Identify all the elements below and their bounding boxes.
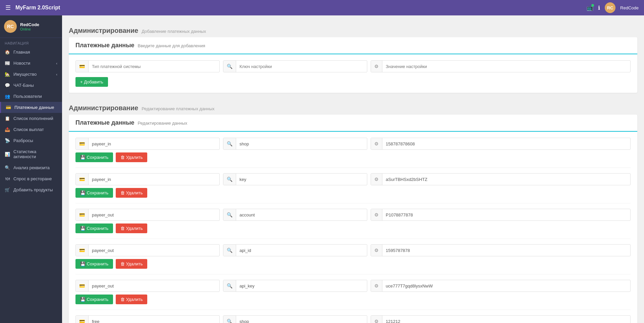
edit-value-field-2: ⚙ bbox=[371, 209, 631, 221]
gear-icon-row-2: ⚙ bbox=[371, 209, 382, 220]
broadcasts-icon: 📡 bbox=[5, 138, 10, 143]
save-button-0[interactable]: 💾 Сохранить bbox=[75, 152, 113, 162]
edit-panel-body: 💳 🔍 ⚙ 💾 Сохранить 🗑 Удалить 💳 🔍 bbox=[69, 132, 637, 323]
edit-heading-subtitle: Редактирование платежных данных bbox=[142, 106, 214, 111]
edit-value-input-3[interactable] bbox=[382, 245, 630, 256]
add-button[interactable]: + Добавить bbox=[75, 77, 108, 87]
home-icon: 🏠 bbox=[5, 50, 10, 55]
edit-key-input-4[interactable] bbox=[236, 280, 367, 292]
edit-key-input-0[interactable] bbox=[236, 138, 367, 149]
edit-value-input-5[interactable] bbox=[382, 316, 630, 323]
sidebar-label-add-products: Добавить продукты bbox=[13, 187, 53, 192]
sidebar-item-payments[interactable]: 💳 Платежные данные bbox=[0, 102, 62, 113]
sidebar-item-news[interactable]: 📰 Новости ‹ bbox=[0, 58, 62, 69]
data-row-actions-3: 💾 Сохранить 🗑 Удалить bbox=[75, 259, 631, 269]
sidebar-label-activity: Статистика активности bbox=[13, 149, 57, 159]
edit-payment-input-0[interactable] bbox=[89, 138, 219, 149]
data-row-fields: 💳 🔍 ⚙ bbox=[75, 244, 631, 256]
data-row-fields: 💳 🔍 ⚙ bbox=[75, 173, 631, 185]
edit-key-input-5[interactable] bbox=[236, 316, 367, 323]
sidebar-label-home: Главная bbox=[13, 50, 30, 55]
edit-value-input-1[interactable] bbox=[382, 174, 630, 185]
edit-value-input-0[interactable] bbox=[382, 138, 630, 149]
add-section-heading: Администрирование Добавление платежных д… bbox=[69, 23, 637, 37]
edit-key-field-3: 🔍 bbox=[223, 244, 367, 256]
search-icon-row-4: 🔍 bbox=[223, 280, 236, 292]
edit-key-field-0: 🔍 bbox=[223, 138, 367, 150]
navbar-username: RedCode bbox=[620, 5, 639, 10]
property-icon: 🏡 bbox=[5, 72, 10, 77]
delete-button-1[interactable]: 🗑 Удалить bbox=[116, 188, 147, 198]
card-icon-row-2: 💳 bbox=[76, 209, 89, 220]
edit-section-heading: Администрирование Редактирование платежн… bbox=[69, 101, 637, 115]
edit-panel-title: Платежные данные bbox=[75, 119, 135, 126]
save-button-2[interactable]: 💾 Сохранить bbox=[75, 223, 113, 233]
delete-button-0[interactable]: 🗑 Удалить bbox=[116, 152, 147, 162]
add-section-panel: Платежные данные Введите данные для доба… bbox=[69, 37, 637, 93]
card-icon-row-3: 💳 bbox=[76, 245, 89, 256]
add-panel-body: 💳 🔍 ⚙ + Добавить bbox=[69, 54, 637, 93]
save-button-3[interactable]: 💾 Сохранить bbox=[75, 259, 113, 269]
edit-panel-subtitle: Редактирование данных bbox=[138, 121, 187, 126]
gear-icon-row-1: ⚙ bbox=[371, 174, 382, 185]
sidebar-label-restaurant: Спрос в ресторане bbox=[13, 176, 52, 181]
activity-icon: 📊 bbox=[5, 152, 10, 157]
payments-icon: 💳 bbox=[6, 105, 11, 110]
edit-value-field-0: ⚙ bbox=[371, 138, 631, 150]
data-row-actions-0: 💾 Сохранить 🗑 Удалить bbox=[75, 152, 631, 162]
edit-payment-input-1[interactable] bbox=[89, 174, 219, 185]
sidebar-item-topups[interactable]: 📋 Список пополнений bbox=[0, 113, 62, 124]
save-button-4[interactable]: 💾 Сохранить bbox=[75, 295, 113, 304]
menu-icon[interactable]: ☰ bbox=[5, 4, 11, 11]
edit-key-field-5: 🔍 bbox=[223, 315, 367, 323]
users-icon: 👥 bbox=[5, 94, 10, 99]
news-icon: 📰 bbox=[5, 61, 10, 66]
sidebar-item-home[interactable]: 🏠 Главная bbox=[0, 47, 62, 58]
sidebar-item-broadcasts[interactable]: 📡 Разбросы bbox=[0, 135, 62, 146]
sidebar-item-property[interactable]: 🏡 Имущество ‹ bbox=[0, 69, 62, 80]
restaurant-icon: 🍽 bbox=[5, 176, 10, 181]
edit-key-input-1[interactable] bbox=[236, 174, 367, 185]
delete-button-3[interactable]: 🗑 Удалить bbox=[116, 259, 147, 269]
gear-icon-row-4: ⚙ bbox=[371, 280, 382, 292]
search-icon-row-5: 🔍 bbox=[223, 316, 236, 323]
edit-payment-input-3[interactable] bbox=[89, 245, 219, 256]
tv-icon[interactable]: 📺 bbox=[587, 5, 593, 11]
save-button-1[interactable]: 💾 Сохранить bbox=[75, 188, 113, 198]
sidebar-item-chat-bans[interactable]: 💬 ЧАТ-Баны bbox=[0, 80, 62, 91]
add-value-field: ⚙ bbox=[371, 60, 631, 72]
delete-button-2[interactable]: 🗑 Удалить bbox=[116, 223, 147, 233]
layout: RC RedCode Online Навигация 🏠 Главная 📰 … bbox=[0, 15, 644, 323]
sidebar-item-users[interactable]: 👥 Пользователи bbox=[0, 91, 62, 102]
edit-payment-field-1: 💳 bbox=[75, 173, 220, 185]
delete-button-4[interactable]: 🗑 Удалить bbox=[116, 295, 147, 304]
edit-key-input-3[interactable] bbox=[236, 245, 367, 256]
sidebar-user-info: RedCode Online bbox=[20, 22, 39, 31]
add-key-input[interactable] bbox=[236, 61, 367, 72]
data-row-actions-2: 💾 Сохранить 🗑 Удалить bbox=[75, 223, 631, 233]
sidebar-item-restaurant[interactable]: 🍽 Спрос в ресторане bbox=[0, 173, 62, 184]
edit-payment-input-5[interactable] bbox=[89, 316, 219, 323]
sidebar-label-broadcasts: Разбросы bbox=[13, 138, 33, 143]
edit-payment-field-5: 💳 bbox=[75, 315, 220, 323]
sidebar-nav-label: Навигация bbox=[0, 38, 62, 47]
sidebar-item-requisites[interactable]: 🔍 Анализ реквизита bbox=[0, 162, 62, 173]
card-icon-row-4: 💳 bbox=[76, 280, 89, 292]
edit-key-input-2[interactable] bbox=[236, 209, 367, 220]
data-row-fields: 💳 🔍 ⚙ bbox=[75, 315, 631, 323]
edit-value-input-2[interactable] bbox=[382, 209, 630, 220]
info-icon[interactable]: ℹ bbox=[598, 5, 600, 11]
edit-value-field-4: ⚙ bbox=[371, 280, 631, 292]
data-row-fields: 💳 🔍 ⚙ bbox=[75, 138, 631, 150]
sidebar-item-payouts[interactable]: 📤 Список выплат bbox=[0, 124, 62, 135]
edit-payment-input-2[interactable] bbox=[89, 209, 219, 220]
sidebar-item-activity[interactable]: 📊 Статистика активности bbox=[0, 146, 62, 162]
sidebar-item-add-products[interactable]: 🛒 Добавить продукты bbox=[0, 184, 62, 195]
add-value-input[interactable] bbox=[382, 61, 630, 72]
edit-panel-header: Платежные данные Редактирование данных bbox=[69, 115, 637, 132]
add-payment-input[interactable] bbox=[89, 61, 219, 72]
edit-payment-input-4[interactable] bbox=[89, 280, 219, 292]
add-products-icon: 🛒 bbox=[5, 187, 10, 192]
chevron-news: ‹ bbox=[56, 61, 57, 65]
edit-value-input-4[interactable] bbox=[382, 280, 630, 292]
